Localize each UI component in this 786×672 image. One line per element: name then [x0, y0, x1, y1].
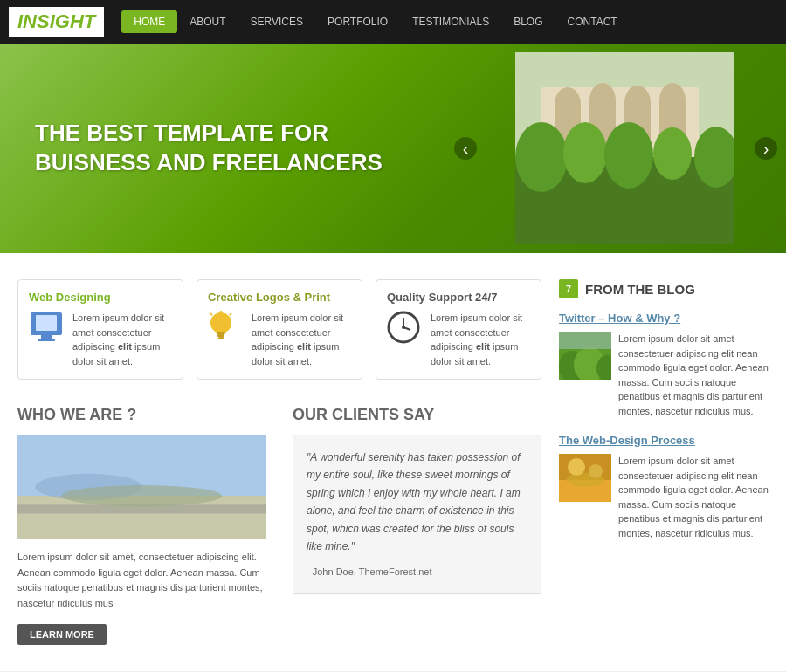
blog-post-2: The Web-Design Process Lorem ipsum dolor… [559, 434, 769, 540]
svg-line-25 [210, 313, 212, 315]
nav-about[interactable]: ABOUT [177, 10, 238, 33]
clients-say-title: OUR CLIENTS SAY [293, 406, 541, 424]
nav-portfolio[interactable]: PORTFOLIO [315, 10, 400, 33]
feature-title-3: Quality Support 24/7 [387, 291, 530, 304]
nav-testimonials[interactable]: TESTIMONIALS [400, 10, 501, 33]
blog-post-1-text: Lorem ipsum dolor sit amet consectetuer … [618, 332, 769, 418]
feature-boxes: Web Designing Lorem ipsum dolor sit amet… [17, 279, 541, 380]
nav-services[interactable]: SERVICES [238, 10, 315, 33]
svg-point-14 [653, 127, 692, 180]
testimonial-box: "A wonderful serenity has taken possessi… [293, 435, 541, 594]
svg-point-13 [604, 122, 653, 189]
svg-rect-23 [218, 337, 224, 339]
nav-contact[interactable]: CONTACT [555, 10, 630, 33]
learn-more-button[interactable]: LEARN MORE [17, 624, 107, 645]
logo: INSIGHT [9, 7, 104, 37]
hero-image [515, 52, 734, 244]
nav-home[interactable]: HOME [121, 10, 177, 33]
main-nav: HOME ABOUT SERVICES PORTFOLIO TESTIMONIA… [121, 10, 629, 33]
feature-text-1: Lorem ipsum dolor sit amet consectetuer … [72, 311, 172, 368]
svg-point-45 [589, 464, 603, 478]
svg-point-20 [210, 312, 231, 333]
hero-section: THE BEST TEMPLATE FOR BUISNESS AND FREEL… [0, 44, 786, 253]
hero-next-button[interactable]: › [755, 137, 777, 160]
feature-box-web-designing: Web Designing Lorem ipsum dolor sit amet… [17, 279, 183, 380]
svg-rect-17 [36, 315, 57, 331]
feature-title-1: Web Designing [29, 291, 172, 304]
svg-rect-19 [38, 339, 55, 341]
who-we-are-title: WHO WE ARE ? [17, 406, 266, 424]
who-we-are-section: WHO WE ARE ? Lorem ipsum dolor sit amet,… [17, 406, 266, 645]
blog-post-2-thumb [559, 454, 611, 502]
svg-rect-22 [217, 334, 224, 337]
blog-post-1-thumb [559, 332, 611, 380]
blog-post-2-text: Lorem ipsum dolor sit amet consectetuer … [618, 454, 769, 540]
svg-line-26 [230, 313, 231, 315]
blog-post-1: Twitter – How & Why ? Lorem ipsum dolor … [559, 312, 769, 418]
feature-title-2: Creative Logos & Print [208, 291, 351, 304]
main-left: Web Designing Lorem ipsum dolor sit amet… [17, 279, 541, 645]
nav-blog[interactable]: BLOG [501, 10, 555, 33]
hero-prev-button[interactable]: ‹ [454, 137, 477, 160]
svg-point-11 [515, 122, 568, 192]
who-we-are-text: Lorem ipsum dolor sit amet, consectetuer… [17, 550, 266, 611]
testimonial-quote: "A wonderful serenity has taken possessi… [307, 449, 527, 555]
lower-section: WHO WE ARE ? Lorem ipsum dolor sit amet,… [17, 406, 541, 645]
hero-image-placeholder [515, 52, 734, 244]
svg-point-35 [62, 485, 222, 506]
logo-text: INSIGHT [17, 10, 95, 32]
feature-text-2: Lorem ipsum dolor sit amet consectetuer … [252, 311, 351, 368]
monitor-icon [29, 311, 66, 347]
header: INSIGHT HOME ABOUT SERVICES PORTFOLIO TE… [0, 0, 786, 44]
bulb-icon [208, 311, 245, 347]
testimonial-author: - John Doe, ThemeForest.net [307, 564, 527, 580]
blog-header: 7 FROM THE BLOG [559, 279, 769, 298]
svg-point-12 [563, 122, 607, 183]
blog-title-text: FROM THE BLOG [585, 282, 695, 297]
who-we-are-image [17, 435, 266, 539]
feature-text-3: Lorem ipsum dolor sit amet consectetuer … [431, 311, 530, 368]
blog-post-2-title[interactable]: The Web-Design Process [559, 434, 695, 447]
svg-point-44 [568, 458, 585, 476]
feature-box-support: Quality Support 24/7 Lorem ipsum dolor s… [376, 279, 541, 380]
blog-sidebar: 7 FROM THE BLOG Twitter – How & Why ? Lo… [559, 279, 769, 645]
svg-rect-40 [559, 332, 611, 349]
main-content: Web Designing Lorem ipsum dolor sit amet… [0, 253, 786, 671]
svg-rect-21 [217, 332, 225, 334]
hero-text: THE BEST TEMPLATE FOR BUISNESS AND FREEL… [0, 93, 417, 204]
svg-rect-18 [41, 335, 52, 339]
calendar-icon: 7 [559, 279, 578, 298]
hero-heading: THE BEST TEMPLATE FOR BUISNESS AND FREEL… [35, 119, 383, 178]
blog-post-1-title[interactable]: Twitter – How & Why ? [559, 312, 680, 325]
clock-icon [387, 311, 424, 347]
clients-say-section: OUR CLIENTS SAY "A wonderful serenity ha… [293, 406, 541, 645]
feature-box-logos: Creative Logos & Print Lorem [196, 279, 362, 380]
